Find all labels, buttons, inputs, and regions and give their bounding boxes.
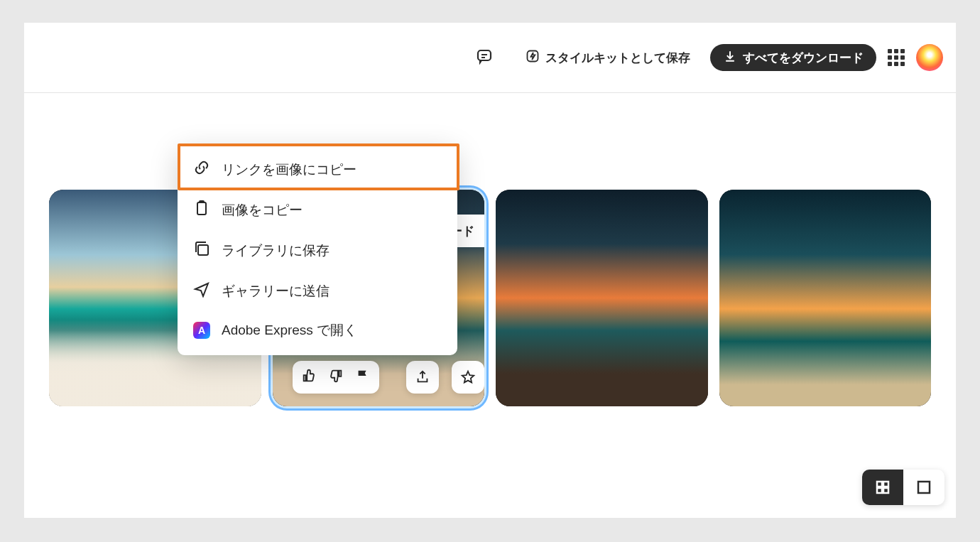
app-frame: スタイルキットとして保存 すべてをダウンロード ード <box>24 23 956 518</box>
grid-view-button[interactable] <box>862 470 903 505</box>
avatar[interactable] <box>916 44 943 71</box>
apps-grid-icon[interactable] <box>883 45 909 70</box>
menu-item-save-library[interactable]: ライブラリに保存 <box>178 230 457 271</box>
clipboard-icon <box>193 200 210 220</box>
image-tile-3[interactable] <box>496 190 708 406</box>
feedback-icon <box>476 48 493 68</box>
adobe-express-icon: A <box>193 322 210 339</box>
single-view-button[interactable] <box>903 470 944 505</box>
view-toggle <box>862 470 944 505</box>
menu-item-copy-image[interactable]: 画像をコピー <box>178 190 457 230</box>
share-button[interactable] <box>406 361 439 394</box>
svg-rect-6 <box>918 482 930 493</box>
download-icon <box>723 49 737 67</box>
reaction-group <box>293 361 379 394</box>
context-menu: リンクを画像にコピー 画像をコピー ライブラリに保存 ギャラリーに送信 A Ad… <box>178 143 457 355</box>
thumbs-up-icon[interactable] <box>301 368 317 386</box>
thumbs-down-icon[interactable] <box>328 368 344 386</box>
menu-label: ギャラリーに送信 <box>222 282 330 300</box>
svg-rect-2 <box>877 482 882 487</box>
menu-item-send-gallery[interactable]: ギャラリーに送信 <box>178 271 457 311</box>
menu-label: ライブラリに保存 <box>222 242 330 260</box>
stylekit-label: スタイルキットとして保存 <box>545 50 690 66</box>
menu-label: リンクを画像にコピー <box>222 161 356 179</box>
svg-rect-8 <box>198 245 208 255</box>
feedback-button[interactable] <box>463 44 506 71</box>
svg-rect-7 <box>197 202 206 215</box>
link-icon <box>193 159 210 180</box>
menu-item-open-express[interactable]: A Adobe Express で開く <box>178 311 457 349</box>
bolt-icon <box>526 49 540 67</box>
send-icon <box>193 281 210 301</box>
menu-label: 画像をコピー <box>222 201 303 219</box>
topbar-divider <box>24 92 956 93</box>
stylekit-save-button[interactable]: スタイルキットとして保存 <box>513 44 703 71</box>
reaction-bar <box>293 361 484 394</box>
svg-rect-4 <box>877 488 882 493</box>
menu-label: Adobe Express で開く <box>222 321 357 340</box>
download-label: すべてをダウンロード <box>743 50 864 66</box>
download-all-button[interactable]: すべてをダウンロード <box>710 44 876 71</box>
image-tile-4[interactable] <box>719 190 932 406</box>
svg-rect-5 <box>883 488 888 493</box>
svg-rect-3 <box>883 482 888 487</box>
library-icon <box>193 240 210 261</box>
favorite-button[interactable] <box>452 361 484 394</box>
topbar: スタイルキットとして保存 すべてをダウンロード <box>24 23 956 92</box>
menu-item-copy-link[interactable]: リンクを画像にコピー <box>178 149 457 190</box>
flag-icon[interactable] <box>355 368 371 386</box>
